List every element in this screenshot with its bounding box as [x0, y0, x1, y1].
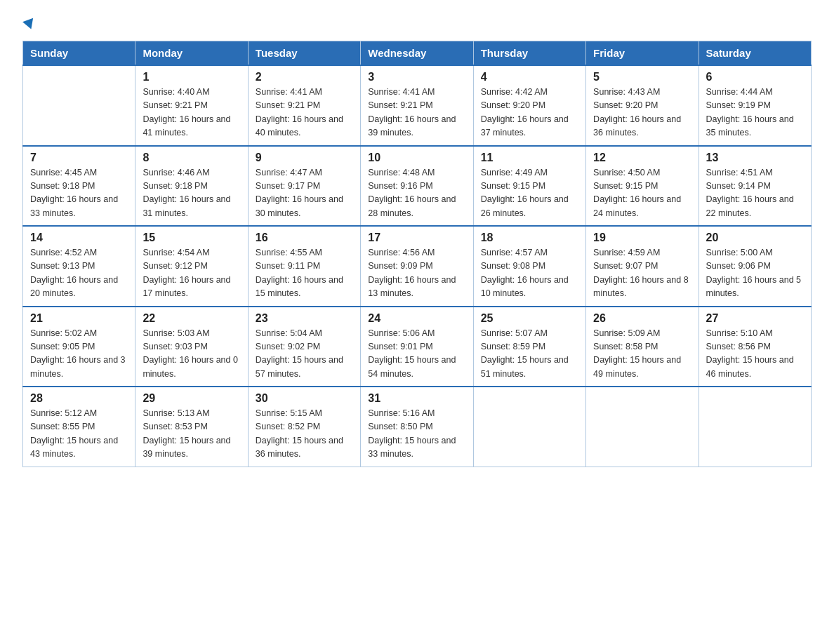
- day-header-thursday: Thursday: [473, 41, 585, 66]
- calendar-cell: [473, 387, 585, 467]
- day-number: 6: [706, 71, 804, 83]
- day-info: Sunrise: 5:09 AM Sunset: 8:58 PM Dayligh…: [593, 327, 691, 382]
- day-info: Sunrise: 4:55 AM Sunset: 9:11 PM Dayligh…: [256, 246, 353, 301]
- day-info: Sunrise: 5:10 AM Sunset: 8:56 PM Dayligh…: [706, 327, 804, 382]
- day-info: Sunrise: 5:16 AM Sunset: 8:50 PM Dayligh…: [368, 407, 465, 462]
- logo-top-line: [22, 17, 35, 32]
- day-number: 23: [256, 312, 353, 325]
- day-info: Sunrise: 5:02 AM Sunset: 9:05 PM Dayligh…: [30, 327, 128, 382]
- calendar-cell: 6Sunrise: 4:44 AM Sunset: 9:19 PM Daylig…: [699, 65, 811, 146]
- day-info: Sunrise: 4:41 AM Sunset: 9:21 PM Dayligh…: [256, 86, 353, 140]
- day-number: 16: [256, 232, 353, 244]
- calendar-cell: 22Sunrise: 5:03 AM Sunset: 9:03 PM Dayli…: [135, 307, 248, 387]
- calendar-cell: 19Sunrise: 4:59 AM Sunset: 9:07 PM Dayli…: [586, 226, 699, 307]
- calendar-cell: 8Sunrise: 4:46 AM Sunset: 9:18 PM Daylig…: [135, 146, 248, 227]
- day-info: Sunrise: 4:57 AM Sunset: 9:08 PM Dayligh…: [481, 246, 578, 301]
- calendar-cell: 15Sunrise: 4:54 AM Sunset: 9:12 PM Dayli…: [135, 226, 248, 307]
- calendar-cell: [23, 65, 135, 146]
- calendar-cell: 3Sunrise: 4:41 AM Sunset: 9:21 PM Daylig…: [361, 65, 473, 146]
- calendar-cell: 1Sunrise: 4:40 AM Sunset: 9:21 PM Daylig…: [135, 65, 248, 146]
- day-number: 18: [481, 232, 578, 244]
- day-info: Sunrise: 4:54 AM Sunset: 9:12 PM Dayligh…: [143, 246, 240, 301]
- calendar-cell: 2Sunrise: 4:41 AM Sunset: 9:21 PM Daylig…: [248, 65, 360, 146]
- calendar-cell: 10Sunrise: 4:48 AM Sunset: 9:16 PM Dayli…: [361, 146, 473, 227]
- day-info: Sunrise: 4:51 AM Sunset: 9:14 PM Dayligh…: [706, 166, 804, 221]
- calendar-table: SundayMondayTuesdayWednesdayThursdayFrid…: [22, 41, 812, 467]
- day-number: 22: [143, 312, 240, 325]
- calendar-cell: 12Sunrise: 4:50 AM Sunset: 9:15 PM Dayli…: [586, 146, 699, 227]
- calendar-cell: 31Sunrise: 5:16 AM Sunset: 8:50 PM Dayli…: [361, 387, 473, 467]
- day-header-friday: Friday: [586, 41, 699, 66]
- day-info: Sunrise: 5:04 AM Sunset: 9:02 PM Dayligh…: [256, 327, 353, 382]
- day-number: 17: [368, 232, 465, 244]
- day-info: Sunrise: 5:00 AM Sunset: 9:06 PM Dayligh…: [706, 246, 804, 301]
- day-number: 7: [30, 152, 128, 164]
- day-number: 20: [706, 232, 804, 244]
- day-info: Sunrise: 4:41 AM Sunset: 9:21 PM Dayligh…: [368, 86, 465, 140]
- day-info: Sunrise: 4:48 AM Sunset: 9:16 PM Dayligh…: [368, 166, 465, 221]
- day-number: 2: [256, 71, 353, 83]
- day-info: Sunrise: 4:50 AM Sunset: 9:15 PM Dayligh…: [593, 166, 691, 221]
- day-info: Sunrise: 5:13 AM Sunset: 8:53 PM Dayligh…: [143, 407, 240, 462]
- calendar-cell: 30Sunrise: 5:15 AM Sunset: 8:52 PM Dayli…: [248, 387, 360, 467]
- day-info: Sunrise: 5:06 AM Sunset: 9:01 PM Dayligh…: [368, 327, 465, 382]
- day-header-saturday: Saturday: [699, 41, 811, 66]
- calendar-cell: 4Sunrise: 4:42 AM Sunset: 9:20 PM Daylig…: [473, 65, 585, 146]
- day-number: 14: [30, 232, 128, 244]
- day-info: Sunrise: 4:47 AM Sunset: 9:17 PM Dayligh…: [256, 166, 353, 221]
- calendar-cell: 20Sunrise: 5:00 AM Sunset: 9:06 PM Dayli…: [699, 226, 811, 307]
- day-info: Sunrise: 5:03 AM Sunset: 9:03 PM Dayligh…: [143, 327, 240, 382]
- week-row-1: 1Sunrise: 4:40 AM Sunset: 9:21 PM Daylig…: [23, 65, 812, 146]
- calendar-cell: 11Sunrise: 4:49 AM Sunset: 9:15 PM Dayli…: [473, 146, 585, 227]
- day-number: 30: [256, 392, 353, 405]
- day-number: 19: [593, 232, 691, 244]
- logo: [22, 17, 35, 32]
- day-number: 5: [593, 71, 691, 83]
- week-row-3: 14Sunrise: 4:52 AM Sunset: 9:13 PM Dayli…: [23, 226, 812, 307]
- day-number: 11: [481, 152, 578, 164]
- calendar-cell: 23Sunrise: 5:04 AM Sunset: 9:02 PM Dayli…: [248, 307, 360, 387]
- day-number: 31: [368, 392, 465, 405]
- day-number: 4: [481, 71, 578, 83]
- day-number: 25: [481, 312, 578, 325]
- calendar-cell: [699, 387, 811, 467]
- calendar-cell: 24Sunrise: 5:06 AM Sunset: 9:01 PM Dayli…: [361, 307, 473, 387]
- day-number: 15: [143, 232, 240, 244]
- calendar-cell: 13Sunrise: 4:51 AM Sunset: 9:14 PM Dayli…: [699, 146, 811, 227]
- day-number: 3: [368, 71, 465, 83]
- day-info: Sunrise: 5:15 AM Sunset: 8:52 PM Dayligh…: [256, 407, 353, 462]
- calendar-cell: 29Sunrise: 5:13 AM Sunset: 8:53 PM Dayli…: [135, 387, 248, 467]
- day-number: 1: [143, 71, 240, 83]
- day-info: Sunrise: 4:59 AM Sunset: 9:07 PM Dayligh…: [593, 246, 691, 301]
- day-info: Sunrise: 5:07 AM Sunset: 8:59 PM Dayligh…: [481, 327, 578, 382]
- day-number: 27: [706, 312, 804, 325]
- day-number: 9: [256, 152, 353, 164]
- day-header-tuesday: Tuesday: [248, 41, 360, 66]
- calendar-cell: 25Sunrise: 5:07 AM Sunset: 8:59 PM Dayli…: [473, 307, 585, 387]
- day-number: 28: [30, 392, 128, 405]
- day-info: Sunrise: 4:40 AM Sunset: 9:21 PM Dayligh…: [143, 86, 240, 140]
- calendar-cell: [586, 387, 699, 467]
- day-number: 8: [143, 152, 240, 164]
- calendar-cell: 9Sunrise: 4:47 AM Sunset: 9:17 PM Daylig…: [248, 146, 360, 227]
- week-row-5: 28Sunrise: 5:12 AM Sunset: 8:55 PM Dayli…: [23, 387, 812, 467]
- calendar-cell: 7Sunrise: 4:45 AM Sunset: 9:18 PM Daylig…: [23, 146, 135, 227]
- day-number: 29: [143, 392, 240, 405]
- day-info: Sunrise: 4:42 AM Sunset: 9:20 PM Dayligh…: [481, 86, 578, 140]
- day-header-sunday: Sunday: [23, 41, 135, 66]
- calendar-cell: 5Sunrise: 4:43 AM Sunset: 9:20 PM Daylig…: [586, 65, 699, 146]
- day-header-wednesday: Wednesday: [361, 41, 473, 66]
- day-number: 13: [706, 152, 804, 164]
- day-number: 26: [593, 312, 691, 325]
- day-info: Sunrise: 5:12 AM Sunset: 8:55 PM Dayligh…: [30, 407, 128, 462]
- logo-triangle-icon: [22, 18, 37, 31]
- day-number: 12: [593, 152, 691, 164]
- calendar-cell: 17Sunrise: 4:56 AM Sunset: 9:09 PM Dayli…: [361, 226, 473, 307]
- day-number: 10: [368, 152, 465, 164]
- day-number: 24: [368, 312, 465, 325]
- calendar-header-row: SundayMondayTuesdayWednesdayThursdayFrid…: [23, 41, 812, 66]
- day-info: Sunrise: 4:52 AM Sunset: 9:13 PM Dayligh…: [30, 246, 128, 301]
- day-info: Sunrise: 4:49 AM Sunset: 9:15 PM Dayligh…: [481, 166, 578, 221]
- calendar-cell: 26Sunrise: 5:09 AM Sunset: 8:58 PM Dayli…: [586, 307, 699, 387]
- calendar-cell: 27Sunrise: 5:10 AM Sunset: 8:56 PM Dayli…: [699, 307, 811, 387]
